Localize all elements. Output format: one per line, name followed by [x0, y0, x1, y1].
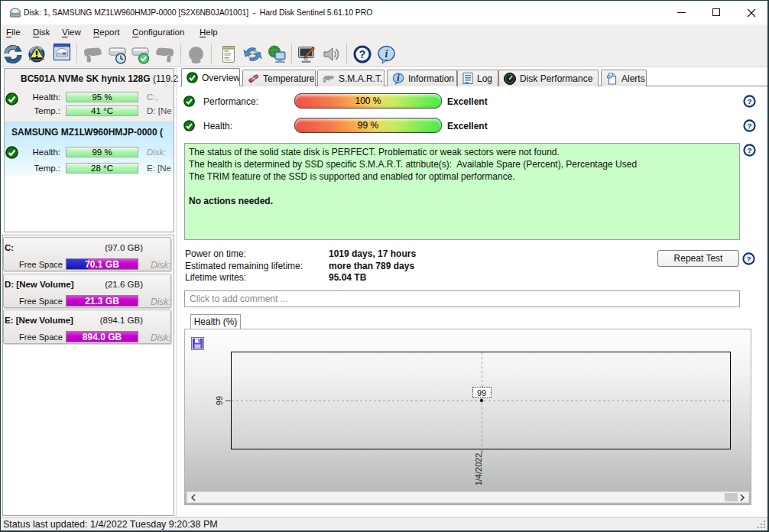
svg-text:?: ? [747, 146, 751, 154]
svg-text:?: ? [747, 122, 751, 130]
svg-text:?: ? [359, 48, 366, 60]
svg-text:99: 99 [215, 396, 224, 405]
svg-text:99: 99 [477, 388, 486, 397]
svg-text:1/4/2022: 1/4/2022 [474, 453, 483, 486]
svg-text:i: i [385, 48, 388, 60]
svg-text:?: ? [746, 255, 751, 263]
svg-text:?: ? [747, 97, 751, 105]
